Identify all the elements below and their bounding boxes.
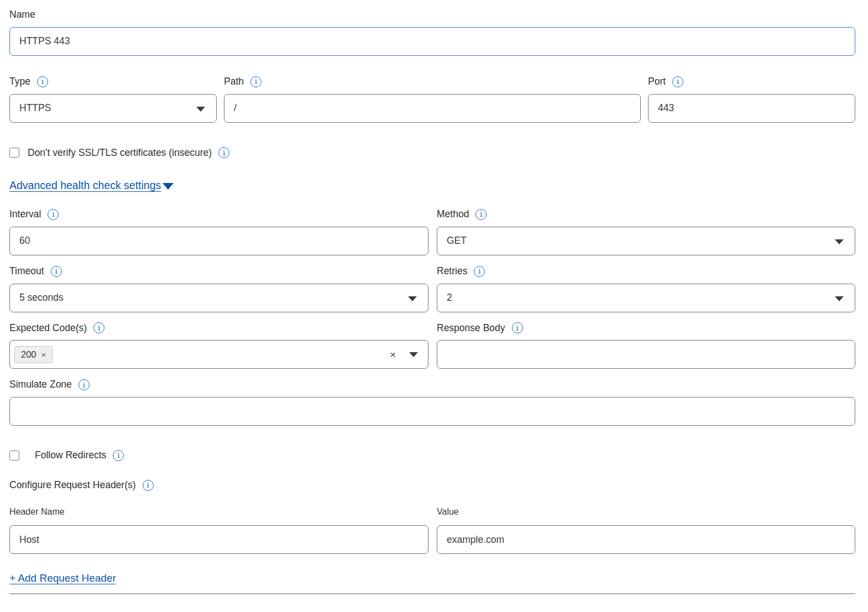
clear-all-icon[interactable]: × [390, 349, 396, 360]
retries-label: Retries i [437, 265, 855, 278]
response-body-label: Response Body i [437, 322, 855, 334]
method-field-group: Method i GET [437, 208, 855, 255]
port-field-group: Port i [648, 76, 855, 123]
multiselect-controls: × [390, 349, 418, 360]
header-name-column-label: Header Name [9, 507, 428, 517]
timeout-label-text: Timeout [9, 265, 44, 278]
timeout-select[interactable]: 5 seconds [9, 284, 428, 312]
name-label-text: Name [9, 9, 35, 21]
interval-label: Interval i [9, 208, 428, 221]
timeout-info-icon[interactable]: i [51, 266, 62, 277]
method-caret-down-icon [835, 239, 844, 244]
header-value-input[interactable] [437, 525, 855, 554]
advanced-settings-grid: Interval i Method i GET Timeout i 5 seco… [9, 208, 855, 379]
expected-code-tag: 200 × [14, 346, 53, 363]
method-label: Method i [437, 208, 855, 221]
retries-select[interactable]: 2 [437, 284, 855, 312]
response-body-field-group: Response Body i [437, 322, 855, 369]
request-headers-grid: Header Name Value [9, 507, 855, 554]
advanced-settings-link[interactable]: Advanced health check settings [9, 179, 174, 192]
simulate-zone-field-group: Simulate Zone i [9, 379, 855, 426]
name-label: Name [9, 9, 855, 21]
path-info-icon[interactable]: i [250, 76, 262, 87]
timeout-select-value: 5 seconds [19, 292, 64, 304]
type-path-port-row: Type i HTTPS Path i Port i [9, 76, 855, 123]
response-body-label-text: Response Body [437, 322, 505, 334]
expected-codes-info-icon[interactable]: i [93, 322, 104, 333]
follow-redirects-label: Follow Redirects i [35, 449, 124, 461]
expected-codes-multiselect[interactable]: 200 × × [9, 340, 428, 369]
path-input[interactable] [224, 94, 641, 123]
ssl-verify-label-text: Don't verify SSL/TLS certificates (insec… [28, 147, 212, 159]
retries-select-value: 2 [447, 292, 452, 304]
expected-codes-label: Expected Code(s) i [9, 322, 428, 334]
path-label-text: Path [224, 76, 244, 88]
retries-field-group: Retries i 2 [437, 265, 855, 312]
add-request-header-link[interactable]: + Add Request Header [9, 572, 116, 584]
interval-field-group: Interval i [9, 208, 428, 255]
path-field-group: Path i [224, 76, 641, 123]
method-select-value: GET [447, 235, 467, 247]
retries-label-text: Retries [437, 265, 467, 278]
type-select-value: HTTPS [19, 102, 51, 114]
request-headers-section-label: Configure Request Header(s) i [9, 479, 855, 491]
interval-info-icon[interactable]: i [48, 209, 59, 220]
remove-tag-icon[interactable]: × [41, 350, 46, 359]
name-field-group: Name [9, 9, 855, 56]
type-caret-down-icon [196, 107, 205, 112]
advanced-settings-link-text: Advanced health check settings [9, 179, 161, 192]
simulate-zone-label-text: Simulate Zone [9, 379, 72, 391]
expected-code-tag-text: 200 [21, 349, 36, 360]
request-headers-section-text: Configure Request Header(s) [9, 479, 136, 491]
method-select[interactable]: GET [437, 227, 855, 255]
ssl-verify-checkbox[interactable] [9, 148, 19, 158]
follow-redirects-checkbox[interactable] [9, 451, 19, 461]
timeout-caret-down-icon [408, 296, 417, 301]
header-value-column-label: Value [437, 507, 855, 517]
method-info-icon[interactable]: i [475, 209, 487, 220]
ssl-verify-row: Don't verify SSL/TLS certificates (insec… [9, 147, 855, 159]
expected-codes-label-text: Expected Code(s) [9, 322, 87, 334]
port-label-text: Port [648, 76, 666, 88]
retries-info-icon[interactable]: i [474, 266, 485, 277]
timeout-label: Timeout i [9, 265, 428, 278]
header-name-input[interactable] [9, 525, 428, 554]
section-divider [9, 593, 855, 594]
retries-caret-down-icon [835, 296, 844, 301]
path-label: Path i [224, 76, 641, 88]
expected-codes-caret-down-icon[interactable] [409, 352, 418, 357]
header-name-field-group: Header Name [9, 507, 428, 554]
type-label: Type i [9, 76, 217, 88]
port-input[interactable] [648, 94, 855, 123]
interval-input[interactable] [9, 227, 428, 255]
header-value-field-group: Value [437, 507, 855, 554]
request-headers-info-icon[interactable]: i [143, 480, 154, 491]
port-label: Port i [648, 76, 855, 88]
response-body-input[interactable] [437, 340, 855, 369]
simulate-zone-input[interactable] [9, 397, 855, 426]
type-select[interactable]: HTTPS [9, 94, 217, 123]
port-info-icon[interactable]: i [672, 76, 683, 87]
follow-redirects-row: Follow Redirects i [9, 449, 855, 461]
method-label-text: Method [437, 208, 469, 221]
ssl-verify-info-icon[interactable]: i [218, 147, 229, 158]
interval-label-text: Interval [9, 208, 41, 221]
timeout-field-group: Timeout i 5 seconds [9, 265, 428, 312]
health-check-form: Name Type i HTTPS Path i Port i [0, 0, 868, 612]
response-body-info-icon[interactable]: i [512, 322, 523, 333]
name-input[interactable] [9, 27, 855, 56]
follow-redirects-label-text: Follow Redirects [35, 449, 106, 461]
advanced-caret-down-icon [163, 183, 174, 190]
expected-codes-field-group: Expected Code(s) i 200 × × [9, 322, 428, 369]
follow-redirects-info-icon[interactable]: i [113, 450, 124, 461]
type-label-text: Type [9, 76, 30, 88]
simulate-zone-info-icon[interactable]: i [79, 379, 90, 390]
type-info-icon[interactable]: i [37, 76, 48, 87]
simulate-zone-label: Simulate Zone i [9, 379, 855, 391]
type-field-group: Type i HTTPS [9, 76, 217, 123]
ssl-verify-label: Don't verify SSL/TLS certificates (insec… [28, 147, 229, 159]
